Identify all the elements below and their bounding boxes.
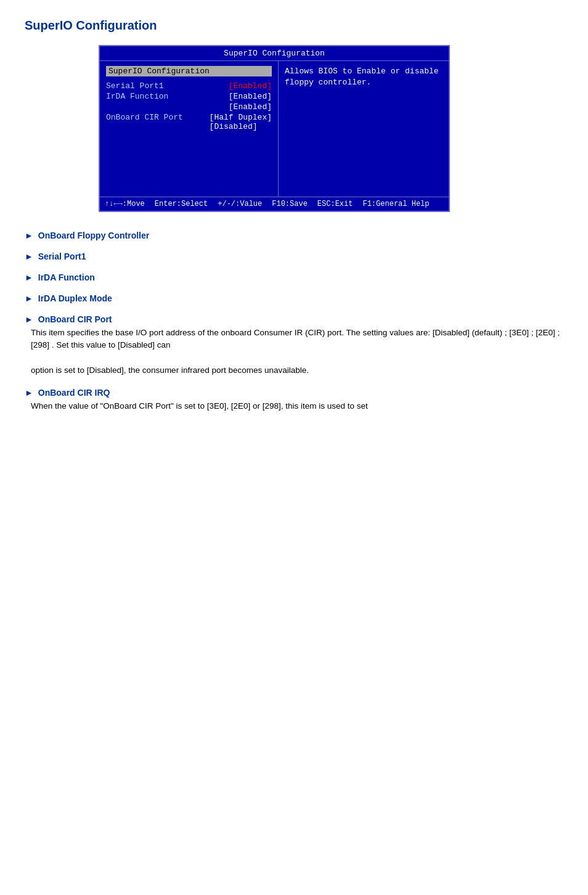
section-label-cir-irq: OnBoard CIR IRQ	[38, 388, 110, 398]
bios-label-serial: Serial Port1	[106, 81, 192, 91]
bios-title: SuperIO Configuration	[224, 49, 325, 58]
section-label-serial: Serial Port1	[38, 251, 86, 261]
bios-value-irda-enabled: [Enabled]	[229, 92, 272, 101]
statusbar-value: +/-/:Value	[218, 200, 262, 208]
statusbar-enter: Enter:Select	[155, 200, 208, 208]
bios-screen-wrapper: SuperIO Configuration SuperIO Configurat…	[99, 45, 450, 212]
bios-label-irda: IrDA Function	[106, 92, 192, 101]
arrow-cir-port: ►	[25, 314, 33, 324]
section-item-irda: ► IrDA Function	[25, 272, 563, 282]
arrow-irda-duplex: ►	[25, 293, 33, 303]
statusbar-move: ↑↓←→:Move	[105, 200, 145, 208]
bios-title-bar: SuperIO Configuration	[100, 46, 449, 61]
bios-values-irda2: [Enabled]	[229, 102, 272, 112]
section-label-floppy: OnBoard Floppy Controller	[38, 231, 149, 240]
bios-row-serial: Serial Port1 [Enabled]	[106, 81, 272, 91]
section-item-cir-irq: ► OnBoard CIR IRQ When the value of "OnB…	[25, 388, 563, 412]
section-body-cir-irq: When the value of "OnBoard CIR Port" is …	[25, 400, 563, 412]
bios-value-cir-halfduplex: [Half Duplex]	[210, 113, 272, 122]
statusbar-exit: ESC:Exit	[317, 200, 353, 208]
section-body-cir-port: This item specifies the base I/O port ad…	[25, 327, 563, 377]
bios-content: SuperIO Configuration Serial Port1 [Enab…	[100, 61, 449, 197]
bios-values-cir: [Half Duplex] [Disabled]	[210, 113, 272, 131]
section-title-irda[interactable]: ► IrDA Function	[25, 272, 563, 282]
bios-left-panel: SuperIO Configuration Serial Port1 [Enab…	[100, 61, 279, 197]
statusbar-save: F10:Save	[272, 200, 308, 208]
arrow-floppy: ►	[25, 231, 33, 240]
bios-right-panel: Allows BIOS to Enable or disable floppy …	[279, 61, 449, 197]
section-label-irda: IrDA Function	[38, 272, 95, 282]
bios-row-irda: IrDA Function [Enabled]	[106, 92, 272, 101]
section-title-floppy[interactable]: ► OnBoard Floppy Controller	[25, 231, 563, 240]
section-label-cir-port: OnBoard CIR Port	[38, 314, 112, 324]
bios-section-header: SuperIO Configuration	[106, 66, 272, 76]
content-section: ► OnBoard Floppy Controller ► Serial Por…	[25, 231, 563, 412]
bios-label-cir: OnBoard CIR Port	[106, 113, 192, 122]
bios-values-irda: [Enabled]	[229, 92, 272, 101]
statusbar-help: F1:General Help	[362, 200, 429, 208]
arrow-serial: ►	[25, 251, 33, 261]
section-title-irda-duplex[interactable]: ► IrDA Duplex Mode	[25, 293, 563, 303]
page-title: SuperIO Configuration	[25, 18, 563, 33]
bios-screen: SuperIO Configuration SuperIO Configurat…	[99, 45, 450, 212]
section-title-serial[interactable]: ► Serial Port1	[25, 251, 563, 261]
bios-help-text: Allows BIOS to Enable or disable floppy …	[285, 67, 439, 87]
bios-value-serial-enabled: [Enabled]	[229, 81, 272, 91]
bios-row-irda2: [Enabled]	[106, 102, 272, 112]
bios-row-cir: OnBoard CIR Port [Half Duplex] [Disabled…	[106, 113, 272, 131]
section-item-serial: ► Serial Port1	[25, 251, 563, 261]
bios-value-irda2-enabled: [Enabled]	[229, 102, 272, 112]
section-title-cir-irq[interactable]: ► OnBoard CIR IRQ	[25, 388, 563, 398]
section-title-cir-port[interactable]: ► OnBoard CIR Port	[25, 314, 563, 324]
arrow-irda: ►	[25, 272, 33, 282]
section-label-irda-duplex: IrDA Duplex Mode	[38, 293, 112, 303]
bios-values-serial: [Enabled]	[229, 81, 272, 91]
bios-value-cir-disabled: [Disabled]	[210, 122, 258, 131]
section-item-cir-port: ► OnBoard CIR Port This item specifies t…	[25, 314, 563, 377]
section-item-irda-duplex: ► IrDA Duplex Mode	[25, 293, 563, 303]
bios-statusbar: ↑↓←→:Move Enter:Select +/-/:Value F10:Sa…	[100, 197, 449, 211]
arrow-cir-irq: ►	[25, 388, 33, 398]
section-item-floppy: ► OnBoard Floppy Controller	[25, 231, 563, 240]
